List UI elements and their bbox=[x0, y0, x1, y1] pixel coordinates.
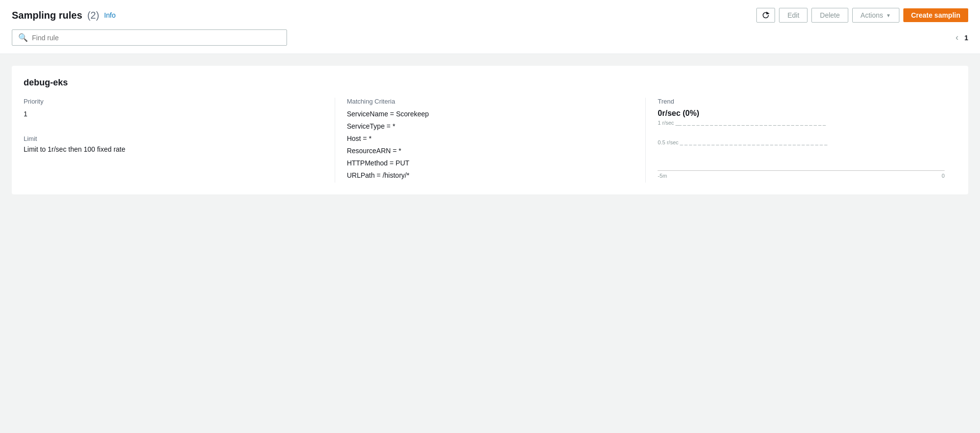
title-area: Sampling rules (2) Info bbox=[12, 10, 115, 21]
rule-grid: Priority 1 Limit Limit to 1r/sec then 10… bbox=[24, 98, 956, 183]
criteria-item: ServiceName = Scorekeep bbox=[347, 109, 634, 119]
matching-criteria-label: Matching Criteria bbox=[347, 98, 634, 105]
count-badge: (2) bbox=[87, 10, 99, 21]
priority-label: Priority bbox=[24, 98, 323, 105]
refresh-button[interactable] bbox=[756, 8, 775, 23]
top-bar-row1: Sampling rules (2) Info Edit Delete Acti… bbox=[12, 8, 968, 23]
trend-col: Trend 0r/sec (0%) 1 r/sec __ _ _ _ _ _ _… bbox=[645, 98, 956, 183]
info-link[interactable]: Info bbox=[104, 11, 115, 19]
search-input[interactable] bbox=[32, 34, 281, 42]
trend-chart: 1 r/sec __ _ _ _ _ _ _ _ _ _ _ _ _ _ _ _… bbox=[658, 122, 945, 181]
chart-label-2: 0.5 r/sec _ _ _ _ _ _ _ _ _ _ _ _ _ _ _ … bbox=[658, 139, 827, 145]
search-box[interactable]: 🔍 bbox=[12, 29, 287, 46]
axis-label-right: 0 bbox=[942, 173, 945, 179]
svg-marker-0 bbox=[767, 12, 769, 14]
actions-label: Actions bbox=[861, 11, 883, 19]
search-row: 🔍 ‹ 1 bbox=[12, 29, 968, 46]
rule-name: debug-eks bbox=[24, 78, 956, 88]
criteria-item: Host = * bbox=[347, 134, 634, 144]
limit-label: Limit bbox=[24, 135, 323, 142]
search-icon: 🔍 bbox=[18, 33, 28, 42]
limit-section: Limit Limit to 1r/sec then 100 fixed rat… bbox=[24, 135, 323, 153]
chart-label-1: 1 r/sec __ _ _ _ _ _ _ _ _ _ _ _ _ _ _ _… bbox=[658, 120, 826, 126]
chart-axis bbox=[658, 170, 945, 171]
delete-button[interactable]: Delete bbox=[811, 8, 848, 23]
page-title: Sampling rules bbox=[12, 10, 82, 21]
chevron-down-icon: ▼ bbox=[886, 13, 891, 18]
criteria-item: ServiceType = * bbox=[347, 121, 634, 132]
create-sampling-button[interactable]: Create samplin bbox=[903, 8, 968, 22]
rule-card: debug-eks Priority 1 Limit Limit to 1r/s… bbox=[12, 66, 968, 194]
pagination-area: ‹ 1 bbox=[953, 30, 968, 45]
trend-value: 0r/sec (0%) bbox=[658, 109, 945, 118]
criteria-item: URLPath = /history/* bbox=[347, 170, 634, 181]
top-bar: Sampling rules (2) Info Edit Delete Acti… bbox=[0, 0, 980, 54]
actions-area: Edit Delete Actions ▼ Create samplin bbox=[756, 8, 968, 23]
limit-value: Limit to 1r/sec then 100 fixed rate bbox=[24, 145, 323, 153]
criteria-list: ServiceName = ScorekeepServiceType = *Ho… bbox=[347, 109, 634, 181]
trend-label: Trend bbox=[658, 98, 945, 105]
priority-col: Priority 1 Limit Limit to 1r/sec then 10… bbox=[24, 98, 335, 183]
prev-page-button[interactable]: ‹ bbox=[953, 30, 960, 45]
axis-label-left: -5m bbox=[658, 173, 667, 179]
matching-criteria-col: Matching Criteria ServiceName = Scorekee… bbox=[335, 98, 646, 183]
refresh-icon bbox=[762, 11, 770, 19]
criteria-item: ResourceARN = * bbox=[347, 146, 634, 156]
priority-value: 1 bbox=[24, 109, 323, 119]
main-content: debug-eks Priority 1 Limit Limit to 1r/s… bbox=[0, 54, 980, 206]
page-number: 1 bbox=[964, 34, 968, 42]
edit-button[interactable]: Edit bbox=[779, 8, 807, 23]
actions-button[interactable]: Actions ▼ bbox=[852, 8, 899, 23]
criteria-item: HTTPMethod = PUT bbox=[347, 158, 634, 168]
